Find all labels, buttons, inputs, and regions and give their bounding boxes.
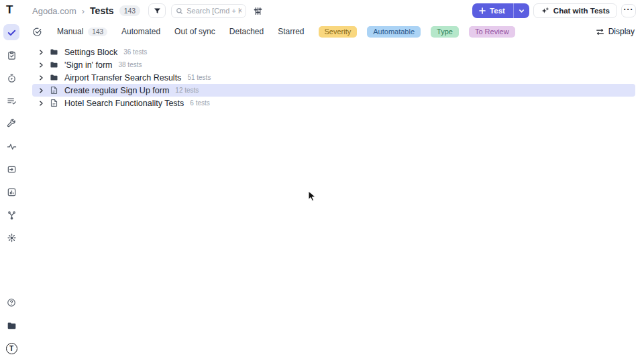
wrench-icon	[7, 119, 17, 129]
chevron-right-icon[interactable]	[38, 100, 44, 107]
suite-name: 'Sign in' form	[64, 60, 112, 70]
display-button[interactable]: Display	[596, 27, 635, 36]
chevron-right-icon[interactable]	[38, 87, 44, 94]
list-check-icon	[7, 96, 17, 106]
folder-icon	[50, 73, 58, 82]
filter-bar: Manual 143 Automated Out of sync Detache…	[32, 24, 635, 39]
tree-row-airport-transfer[interactable]: Airport Transfer Search Results 51 tests	[32, 71, 635, 84]
suite-test-count: 36 tests	[123, 48, 147, 56]
search-settings-icon[interactable]	[254, 7, 262, 15]
filter-item-manual[interactable]: Manual 143	[57, 27, 107, 36]
ai-sparkle-icon	[541, 7, 549, 15]
tree-row-settings-block[interactable]: Settings Block 36 tests	[32, 46, 635, 58]
sidebar-top-group	[0, 24, 19, 252]
funnel-icon	[153, 7, 162, 15]
branch-icon	[7, 210, 17, 220]
new-test-button[interactable]: Test	[472, 3, 513, 18]
top-bar: T Agoda.com › Tests 143 Test	[0, 0, 644, 21]
pulse-icon	[7, 142, 17, 152]
document-icon	[50, 86, 58, 95]
chat-with-tests-button[interactable]: Chat with Tests	[533, 3, 617, 18]
test-suites-tree: Settings Block 36 tests 'Sign in' form 3…	[32, 46, 635, 109]
chevron-down-icon	[519, 8, 525, 14]
chevron-right-icon[interactable]	[38, 49, 44, 56]
search-icon	[176, 7, 183, 15]
sidebar-item-account[interactable]: T	[3, 340, 19, 356]
sidebar-item-help[interactable]	[3, 295, 19, 311]
gear-icon	[7, 233, 17, 243]
tests-count-badge: 143	[119, 5, 141, 16]
filter-item-out-of-sync[interactable]: Out of sync	[174, 27, 215, 36]
chevron-right-icon[interactable]	[38, 74, 44, 81]
suite-name: Settings Block	[64, 48, 117, 57]
folder-icon	[7, 321, 17, 331]
suite-name: Airport Transfer Search Results	[64, 73, 181, 83]
sidebar-bottom-group: T	[0, 295, 19, 363]
mouse-cursor	[308, 191, 317, 203]
app-logo[interactable]: T	[6, 3, 19, 18]
sidebar-item-configurations[interactable]	[3, 115, 19, 132]
document-icon	[50, 99, 58, 107]
suite-name: Hotel Search Functionality Tests	[64, 99, 184, 108]
avatar: T	[6, 343, 17, 354]
import-box-icon	[7, 164, 17, 174]
sidebar-item-reports[interactable]	[3, 184, 19, 200]
suite-test-count: 6 tests	[190, 99, 209, 107]
more-options-button[interactable]: ···	[621, 4, 636, 17]
filter-button[interactable]	[148, 3, 166, 18]
new-test-split-button: Test	[472, 3, 529, 18]
header-actions: Test Chat with Tests ···	[472, 3, 636, 18]
tree-row-create-sign-up[interactable]: Create regular Sign Up form 12 tests	[32, 84, 635, 97]
manual-count-badge: 143	[88, 28, 107, 36]
filter-item-label: Out of sync	[174, 27, 215, 36]
breadcrumb-project[interactable]: Agoda.com	[32, 6, 76, 16]
tree-row-sign-in-form[interactable]: 'Sign in' form 38 tests	[32, 58, 635, 71]
chart-square-icon	[7, 187, 17, 197]
filter-badge-automatable[interactable]: Automatable	[367, 26, 421, 38]
folder-icon	[50, 60, 58, 69]
filter-badge-to-review[interactable]: To Review	[469, 26, 515, 38]
sidebar-item-runs[interactable]	[3, 70, 19, 86]
new-test-dropdown-button[interactable]	[514, 3, 529, 18]
sidebar-item-plans[interactable]	[3, 93, 19, 109]
plus-icon	[479, 7, 486, 14]
filter-item-starred[interactable]: Starred	[278, 27, 304, 36]
breadcrumb-separator: ›	[82, 6, 85, 16]
filter-item-label: Automated	[121, 27, 160, 36]
page-title: Tests	[90, 5, 114, 16]
sidebar-item-traceability[interactable]	[3, 207, 19, 223]
breadcrumb: Agoda.com › Tests 143	[32, 5, 140, 16]
display-sliders-icon	[596, 28, 604, 36]
app-logo-letter: T	[6, 3, 12, 16]
sidebar-item-shared-steps[interactable]	[3, 47, 19, 63]
chat-with-tests-label: Chat with Tests	[553, 7, 610, 15]
chevron-right-icon[interactable]	[38, 62, 44, 68]
sidebar-item-settings[interactable]	[3, 229, 19, 246]
sidebar-item-import[interactable]	[3, 161, 19, 177]
left-sidebar: T	[0, 21, 21, 363]
search-box[interactable]	[171, 4, 246, 18]
suite-test-count: 12 tests	[175, 87, 199, 94]
filter-item-label: Starred	[278, 27, 304, 36]
filter-item-automated[interactable]: Automated	[121, 27, 160, 36]
sidebar-item-tests[interactable]	[3, 24, 19, 40]
help-icon	[7, 298, 16, 307]
sidebar-item-projects[interactable]	[3, 317, 19, 333]
filter-item-label: Manual	[57, 27, 83, 36]
ellipsis-icon: ···	[624, 5, 634, 14]
filter-item-detached[interactable]: Detached	[229, 27, 264, 36]
tree-row-hotel-search[interactable]: Hotel Search Functionality Tests 6 tests	[32, 97, 635, 109]
status-filter-icon[interactable]	[32, 27, 42, 37]
avatar-letter: T	[9, 345, 13, 352]
check-icon	[7, 28, 17, 38]
search-input[interactable]	[186, 7, 241, 15]
filter-badge-severity[interactable]: Severity	[319, 26, 358, 38]
display-label: Display	[608, 27, 635, 36]
sidebar-item-activity[interactable]	[3, 138, 19, 154]
suite-test-count: 38 tests	[118, 61, 142, 68]
filter-badge-type[interactable]: Type	[431, 26, 459, 38]
filter-item-label: Detached	[229, 27, 264, 36]
clipboard-check-icon	[7, 50, 17, 60]
suite-test-count: 51 tests	[187, 74, 211, 81]
folder-icon	[50, 48, 58, 56]
